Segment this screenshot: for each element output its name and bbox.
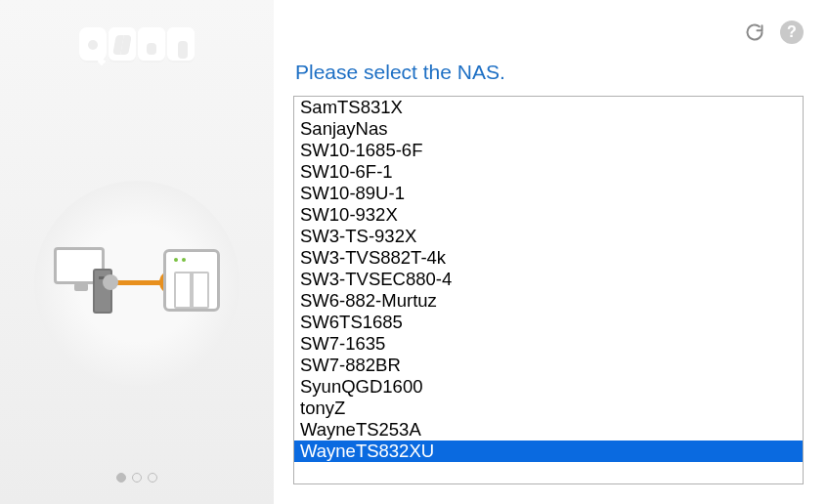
refresh-button[interactable]: [743, 21, 766, 44]
pager-dot[interactable]: [116, 473, 126, 483]
nas-listbox[interactable]: SamTS831XSanjayNasSW10-1685-6FSW10-6F-1S…: [293, 96, 804, 484]
logo-letter-n: [109, 27, 136, 63]
main-panel: ? Please select the NAS. SamTS831XSanjay…: [274, 0, 827, 504]
logo-letter-p: [167, 27, 195, 63]
list-item[interactable]: SW3-TVSEC880-4: [294, 269, 803, 290]
nas-led-icon: [174, 258, 178, 262]
logo-letter-q: [79, 27, 107, 63]
sidebar: [0, 0, 274, 504]
help-icon: ?: [787, 23, 797, 41]
list-item[interactable]: SanjayNas: [294, 118, 803, 140]
pager-dot[interactable]: [148, 473, 157, 483]
pager-dot[interactable]: [132, 473, 142, 483]
list-item[interactable]: SW3-TS-932X: [294, 226, 803, 247]
list-item[interactable]: SW10-1685-6F: [294, 140, 803, 161]
logo-letter-a: [138, 27, 165, 63]
list-item[interactable]: tonyZ: [294, 398, 803, 419]
list-item[interactable]: SW7-1635: [294, 333, 803, 355]
illustration: [0, 63, 274, 504]
app-container: ? Please select the NAS. SamTS831XSanjay…: [0, 0, 827, 504]
list-item[interactable]: SW7-882BR: [294, 355, 803, 376]
list-item[interactable]: SW10-89U-1: [294, 183, 803, 204]
list-item[interactable]: SW10-6F-1: [294, 161, 803, 183]
step-pager: [116, 473, 157, 483]
list-item[interactable]: WayneTS832XU: [294, 441, 803, 462]
page-title: Please select the NAS.: [295, 61, 804, 84]
help-button[interactable]: ?: [780, 21, 804, 44]
list-item[interactable]: SW6TS1685: [294, 312, 803, 333]
topbar: ?: [293, 18, 804, 47]
list-item[interactable]: SamTS831X: [294, 97, 803, 118]
illustration-circle: [34, 181, 239, 386]
list-item[interactable]: SW3-TVS882T-4k: [294, 247, 803, 269]
list-item[interactable]: WayneTS253A: [294, 419, 803, 441]
list-item[interactable]: SyunQGD1600: [294, 376, 803, 398]
list-item[interactable]: SW10-932X: [294, 204, 803, 226]
devices-graphic: [54, 239, 220, 327]
refresh-icon: [745, 22, 764, 42]
list-item[interactable]: SW6-882-Murtuz: [294, 290, 803, 312]
brand-logo: [79, 27, 195, 63]
connection-node-left-icon: [103, 274, 118, 290]
nas-device-icon: [163, 249, 220, 312]
